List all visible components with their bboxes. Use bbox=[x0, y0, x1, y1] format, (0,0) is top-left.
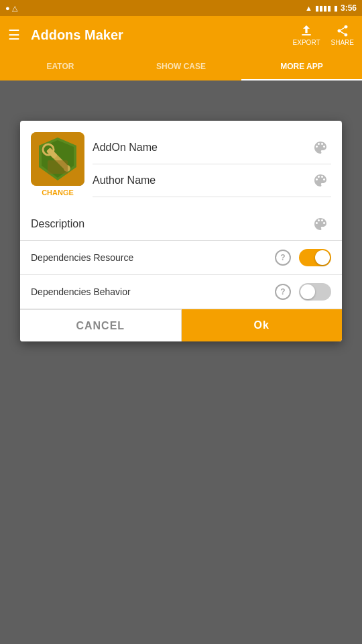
author-name-edit-icon[interactable] bbox=[310, 170, 331, 191]
addon-name-edit-icon[interactable] bbox=[310, 137, 331, 158]
change-label: CHANGE bbox=[42, 189, 74, 197]
cancel-button[interactable]: CANCEL bbox=[20, 309, 182, 341]
dialog-buttons: CANCEL Ok bbox=[20, 309, 342, 341]
palette-icon-1 bbox=[312, 140, 328, 156]
main-content: CHANGE AddOn Name Author Name bbox=[0, 80, 362, 644]
palette-icon-3 bbox=[312, 216, 328, 232]
notification-icons: ● △ bbox=[5, 4, 17, 13]
dependencies-behavior-label: Dependencies Behavior bbox=[31, 286, 275, 297]
dependencies-resource-help-icon[interactable]: ? bbox=[275, 250, 291, 266]
signal-icon: ▮▮▮▮ bbox=[315, 4, 331, 13]
ok-button[interactable]: Ok bbox=[182, 309, 343, 341]
svg-rect-7 bbox=[48, 160, 68, 174]
time-display: 3:56 bbox=[341, 3, 357, 13]
dependencies-resource-row: Dependencies Resource ? bbox=[20, 241, 342, 275]
addon-name-row: AddOn Name bbox=[93, 131, 331, 164]
dependencies-behavior-help-icon[interactable]: ? bbox=[275, 284, 291, 300]
share-button[interactable]: SHARE bbox=[331, 24, 354, 46]
toggle-knob-behavior bbox=[300, 284, 315, 299]
app-bar-actions: EXPORT SHARE bbox=[293, 24, 354, 46]
author-name-row: Author Name bbox=[93, 164, 331, 197]
status-bar-left: ● △ bbox=[5, 4, 17, 13]
wifi-icon: ▲ bbox=[305, 4, 312, 12]
battery-icon: ▮ bbox=[334, 4, 338, 13]
share-icon bbox=[336, 24, 349, 38]
dependencies-resource-label: Dependencies Resource bbox=[31, 252, 275, 263]
author-name-label: Author Name bbox=[93, 174, 310, 186]
description-label: Description bbox=[31, 218, 310, 230]
change-icon-button[interactable]: CHANGE bbox=[31, 131, 84, 197]
app-title: Addons Maker bbox=[31, 28, 293, 43]
status-bar: ● △ ▲ ▮▮▮▮ ▮ 3:56 bbox=[0, 0, 362, 16]
export-icon bbox=[300, 24, 313, 38]
addon-name-label: AddOn Name bbox=[93, 142, 310, 154]
description-row: Description bbox=[20, 208, 342, 241]
toggle-knob-resource bbox=[315, 250, 330, 265]
app-bar: ☰ Addons Maker EXPORT SHARE bbox=[0, 16, 362, 54]
dialog-overlay: CHANGE AddOn Name Author Name bbox=[0, 80, 362, 644]
export-button[interactable]: EXPORT bbox=[293, 24, 320, 46]
tab-creator[interactable]: EATOR bbox=[0, 54, 121, 80]
palette-icon-2 bbox=[312, 172, 328, 189]
status-bar-right: ▲ ▮▮▮▮ ▮ 3:56 bbox=[305, 3, 357, 13]
tab-showcase[interactable]: SHOW CASE bbox=[121, 54, 241, 80]
addon-icon-image bbox=[31, 132, 84, 186]
tab-bar: EATOR SHOW CASE MORE APP bbox=[0, 54, 362, 80]
addon-icon-svg bbox=[31, 132, 84, 186]
dependencies-resource-toggle[interactable] bbox=[299, 249, 331, 266]
tab-moreapp[interactable]: MORE APP bbox=[241, 54, 362, 80]
description-edit-icon[interactable] bbox=[310, 213, 331, 235]
dependencies-behavior-toggle[interactable] bbox=[299, 283, 331, 301]
dialog-header: CHANGE AddOn Name Author Name bbox=[20, 121, 342, 208]
hamburger-menu-icon[interactable]: ☰ bbox=[8, 27, 20, 43]
dialog: CHANGE AddOn Name Author Name bbox=[20, 121, 342, 341]
dependencies-behavior-row: Dependencies Behavior ? bbox=[20, 275, 342, 309]
fields-container: AddOn Name Author Name bbox=[93, 131, 331, 197]
